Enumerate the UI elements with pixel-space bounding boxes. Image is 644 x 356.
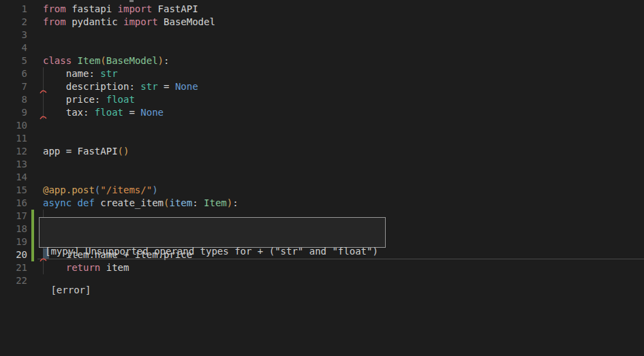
code-line[interactable]: 12app = FastAPI() <box>0 145 644 158</box>
sign-column <box>27 132 43 145</box>
sign-column <box>27 171 43 184</box>
git-added-sign <box>31 223 34 236</box>
code-text: from fastapi import FastAPI <box>43 3 198 16</box>
code-line[interactable]: 1from fastapi import FastAPI <box>0 3 644 16</box>
line-number: 14 <box>0 171 27 184</box>
sign-column <box>27 158 43 171</box>
code-text: price: float <box>43 93 135 106</box>
line-number: 10 <box>0 119 27 132</box>
screen-artifact <box>129 0 134 2</box>
code-line[interactable]: 8 price: float <box>0 93 644 106</box>
line-number: 8 <box>0 93 27 106</box>
code-line[interactable]: 3 <box>0 29 644 42</box>
sign-column <box>27 16 43 29</box>
line-number: 16 <box>0 197 27 210</box>
sign-column <box>27 3 43 16</box>
sign-column <box>27 197 43 210</box>
git-added-sign <box>31 236 34 248</box>
line-number: 3 <box>0 29 27 42</box>
line-number: 11 <box>0 132 27 145</box>
code-text: tax: float = None <box>43 106 164 119</box>
code-line[interactable]: 2from pydantic import BaseModel <box>0 16 644 29</box>
code-text: app = FastAPI() <box>43 145 129 158</box>
sign-column <box>27 145 43 158</box>
sign-column <box>27 29 43 42</box>
sign-column <box>27 42 43 54</box>
code-line[interactable]: 6 name: str <box>0 67 644 80</box>
code-line[interactable]: 11 <box>0 132 644 145</box>
git-added-sign <box>31 210 34 223</box>
diagnostic-severity: [error] <box>45 284 380 297</box>
sign-column <box>27 93 43 106</box>
code-line[interactable]: 9 tax: float = None <box>0 106 644 119</box>
code-text: async def create_item(item: Item): <box>43 197 239 210</box>
sign-column <box>27 54 43 67</box>
line-number: 15 <box>0 184 27 197</box>
code-text: name: str <box>43 67 118 80</box>
sign-column <box>27 67 43 80</box>
code-line[interactable]: 13 <box>0 158 644 171</box>
line-number: 13 <box>0 158 27 171</box>
code-line[interactable]: 10 <box>0 119 644 132</box>
sign-column <box>27 119 43 132</box>
code-line[interactable]: 16async def create_item(item: Item): <box>0 197 644 210</box>
line-number: 9 <box>0 106 27 119</box>
line-number: 18 <box>0 223 27 236</box>
diagnostic-squiggle <box>40 115 48 120</box>
code-line[interactable]: 5class Item(BaseModel): <box>0 54 644 67</box>
line-number: 7 <box>0 80 27 93</box>
code-text: description: str = None <box>43 80 198 93</box>
code-line[interactable]: 14 <box>0 171 644 184</box>
code-line[interactable]: 7 description: str = None <box>0 80 644 93</box>
code-line[interactable]: 4 <box>0 42 644 54</box>
code-text: from pydantic import BaseModel <box>43 16 215 29</box>
line-number: 6 <box>0 67 27 80</box>
line-number: 21 <box>0 261 27 274</box>
line-number: 2 <box>0 16 27 29</box>
code-text: class Item(BaseModel): <box>43 54 169 67</box>
diagnostic-message: [mypy] Unsupported operand types for + (… <box>45 245 380 258</box>
sign-column <box>27 261 43 274</box>
code-editor: 1from fastapi import FastAPI2from pydant… <box>0 0 644 356</box>
sign-column <box>27 274 43 287</box>
line-number: 5 <box>0 54 27 67</box>
line-number: 17 <box>0 210 27 223</box>
line-number: 1 <box>0 3 27 16</box>
line-number: 4 <box>0 42 27 54</box>
line-number: 20 <box>0 248 27 261</box>
code-line[interactable]: 15@app.post("/items/") <box>0 184 644 197</box>
line-number: 19 <box>0 236 27 248</box>
line-number: 22 <box>0 274 27 287</box>
code-text: @app.post("/items/") <box>43 184 158 197</box>
git-added-sign <box>31 248 34 261</box>
sign-column <box>27 184 43 197</box>
diagnostic-squiggle <box>40 89 48 94</box>
diagnostic-float: [mypy] Unsupported operand types for + (… <box>39 217 386 248</box>
line-number: 12 <box>0 145 27 158</box>
